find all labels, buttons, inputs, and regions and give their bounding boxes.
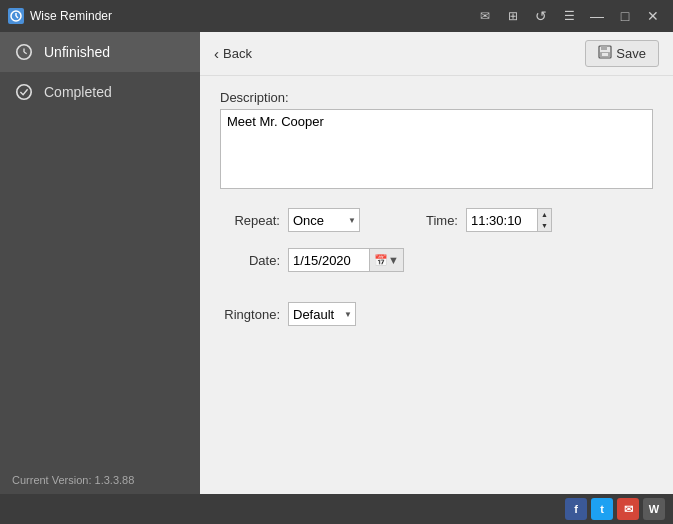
time-input[interactable] (467, 209, 537, 231)
save-disk-icon (598, 45, 612, 62)
clock-icon (14, 42, 34, 62)
web-icon: W (649, 503, 659, 515)
time-input-wrapper: ▲ ▼ (466, 208, 552, 232)
sidebar-completed-label: Completed (44, 84, 112, 100)
svg-rect-9 (601, 46, 607, 50)
minimize-button[interactable]: — (585, 8, 609, 24)
title-bar: Wise Reminder ✉ ⊞ ↺ ☰ — □ ✕ (0, 0, 673, 32)
back-label: Back (223, 46, 252, 61)
main-layout: Unfinished Completed Current Version: 1.… (0, 32, 673, 494)
back-chevron-icon: ‹ (214, 45, 219, 62)
web-button[interactable]: W (643, 498, 665, 520)
date-input[interactable] (289, 249, 369, 271)
save-button[interactable]: Save (585, 40, 659, 67)
repeat-select-wrapper: Once Daily Weekly Monthly Yearly (288, 208, 360, 232)
date-row: Date: 📅▼ (220, 248, 653, 272)
time-down-button[interactable]: ▼ (538, 220, 551, 231)
form-area: Description: Repeat: Once Daily Weekly M… (200, 76, 673, 494)
time-spinners: ▲ ▼ (537, 209, 551, 231)
time-up-button[interactable]: ▲ (538, 209, 551, 220)
ringtone-select[interactable]: Default None Alarm Bell (288, 302, 356, 326)
twitter-icon: t (600, 503, 604, 515)
email-icon: ✉ (624, 503, 633, 516)
ringtone-select-wrapper: Default None Alarm Bell (288, 302, 356, 326)
menu-icon[interactable]: ☰ (557, 8, 581, 24)
content-area: ‹ Back Save Description: R (200, 32, 673, 494)
calendar-icon: 📅 (374, 254, 388, 266)
date-input-wrapper: 📅▼ (288, 248, 404, 272)
repeat-label: Repeat: (220, 213, 280, 228)
svg-point-7 (17, 85, 31, 99)
repeat-select[interactable]: Once Daily Weekly Monthly Yearly (288, 208, 360, 232)
back-button[interactable]: ‹ Back (214, 45, 252, 62)
svg-line-6 (24, 52, 27, 54)
check-icon (14, 82, 34, 102)
description-textarea[interactable] (220, 109, 653, 189)
time-label: Time: (398, 213, 458, 228)
sidebar-item-unfinished[interactable]: Unfinished (0, 32, 200, 72)
maximize-button[interactable]: □ (613, 8, 637, 24)
date-label: Date: (220, 253, 280, 268)
ringtone-row: Ringtone: Default None Alarm Bell (220, 302, 653, 326)
facebook-icon: f (574, 503, 578, 515)
sidebar-unfinished-label: Unfinished (44, 44, 110, 60)
date-calendar-button[interactable]: 📅▼ (369, 249, 403, 271)
repeat-row: Repeat: Once Daily Weekly Monthly Yearly… (220, 208, 653, 232)
close-button[interactable]: ✕ (641, 8, 665, 24)
bottom-bar: f t ✉ W (0, 494, 673, 524)
email-button[interactable]: ✉ (617, 498, 639, 520)
window-controls: ✉ ⊞ ↺ ☰ — □ ✕ (473, 8, 665, 24)
save-label: Save (616, 46, 646, 61)
description-label: Description: (220, 90, 653, 105)
top-bar: ‹ Back Save (200, 32, 673, 76)
time-section: Time: ▲ ▼ (398, 208, 552, 232)
mail-icon[interactable]: ✉ (473, 8, 497, 24)
facebook-button[interactable]: f (565, 498, 587, 520)
sidebar: Unfinished Completed Current Version: 1.… (0, 32, 200, 494)
sidebar-spacer (0, 112, 200, 466)
svg-rect-11 (602, 53, 608, 56)
app-icon (8, 8, 24, 24)
app-title: Wise Reminder (30, 9, 473, 23)
version-text: Current Version: 1.3.3.88 (0, 466, 200, 494)
sidebar-item-completed[interactable]: Completed (0, 72, 200, 112)
refresh-icon[interactable]: ↺ (529, 8, 553, 24)
ringtone-label: Ringtone: (220, 307, 280, 322)
image-icon[interactable]: ⊞ (501, 8, 525, 24)
twitter-button[interactable]: t (591, 498, 613, 520)
